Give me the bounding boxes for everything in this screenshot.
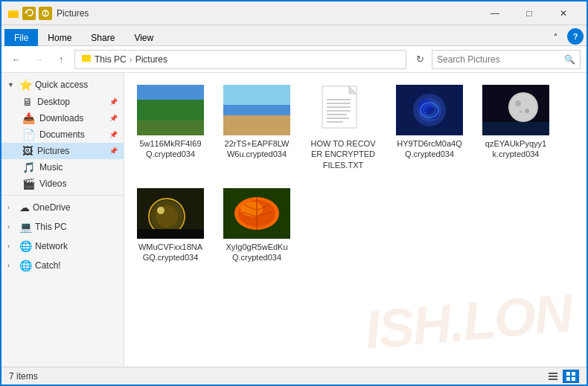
- sidebar-header-network[interactable]: › 🌐 Network: [1, 237, 124, 255]
- sidebar-item-documents[interactable]: 📄 Documents 📌: [1, 126, 124, 143]
- pin-icon-pictures: 📌: [109, 147, 118, 155]
- sidebar-item-desktop[interactable]: 🖥 Desktop 📌: [1, 94, 124, 110]
- file-thumbnail: [223, 85, 290, 135]
- quick-access-items: 🖥 Desktop 📌 📥 Downloads 📌 📄 Documents 📌: [1, 94, 124, 192]
- refresh-button[interactable]: ↻: [411, 51, 429, 68]
- search-icon: 🔍: [564, 54, 575, 65]
- music-icon: 🎵: [22, 161, 35, 173]
- file-name: HOW TO RECOVER ENCRYPTED FILES.TXT: [310, 138, 377, 170]
- sidebar-section-network: › 🌐 Network: [1, 237, 124, 255]
- address-right: ↻ 🔍: [411, 50, 581, 69]
- file-thumbnail: [137, 85, 204, 135]
- list-item[interactable]: XyIg0gR5wEdKuQ.crypted034: [220, 185, 294, 266]
- maximize-button[interactable]: □: [512, 1, 546, 25]
- address-path[interactable]: This PC › Pictures: [74, 50, 406, 69]
- chevron-right-icon-catch: ›: [7, 262, 16, 269]
- file-grid: 5w116MkRF4I69Q.crypted034 22rTS+EAPF8LWW…: [133, 82, 578, 266]
- ribbon: File Home Share View ˄ ?: [1, 25, 587, 46]
- list-view-button[interactable]: [545, 370, 561, 383]
- catch-icon: 🌐: [19, 260, 32, 271]
- network-icon: 🌐: [19, 240, 32, 252]
- sidebar-header-onedrive[interactable]: › ☁ OneDrive: [1, 199, 124, 216]
- watermark: ISH.LON: [362, 282, 574, 361]
- chevron-right-icon-onedrive: ›: [7, 204, 16, 211]
- list-item[interactable]: HOW TO RECOVER ENCRYPTED FILES.TXT: [306, 82, 380, 173]
- quick-access-undo-icon[interactable]: [22, 7, 36, 20]
- svg-point-26: [520, 110, 523, 113]
- grid-view-button[interactable]: [563, 370, 579, 383]
- chevron-down-icon: ▼: [7, 81, 16, 89]
- folder-icon: [7, 7, 19, 19]
- pin-icon-desktop: 📌: [109, 98, 118, 106]
- network-label: Network: [35, 241, 68, 251]
- svg-rect-47: [572, 372, 575, 376]
- file-thumbnail: [137, 188, 204, 239]
- sidebar-label-desktop: Desktop: [37, 97, 105, 107]
- search-box[interactable]: 🔍: [432, 50, 581, 69]
- file-name: 22rTS+EAPF8LWW6u.crypted034: [223, 138, 290, 160]
- tab-home[interactable]: Home: [38, 29, 81, 46]
- list-item[interactable]: HY9TD6rcM0a4QQ.crypted034: [392, 82, 467, 173]
- back-button[interactable]: ←: [7, 51, 25, 68]
- sidebar-header-catch[interactable]: › 🌐 Catch!: [1, 257, 124, 274]
- sidebar-header-quick-access[interactable]: ▼ ⭐ Quick access: [1, 76, 124, 94]
- rose-thumbnail-image: [396, 85, 463, 135]
- view-toggle-buttons: [545, 370, 579, 383]
- address-bar: ← → ↑ This PC › Pictures ↻ 🔍: [1, 46, 587, 73]
- ribbon-tabs: File Home Share View ˄ ?: [1, 25, 587, 46]
- file-name: qzEYAUkPyqyy1k.crypted034: [482, 138, 549, 160]
- list-item[interactable]: qzEYAUkPyqyy1k.crypted034: [479, 82, 553, 173]
- sidebar-label-downloads: Downloads: [39, 113, 105, 123]
- documents-icon: 📄: [22, 129, 35, 141]
- ribbon-collapse-button[interactable]: ˄: [546, 28, 564, 45]
- list-item[interactable]: 22rTS+EAPF8LWW6u.crypted034: [220, 82, 294, 173]
- desktop-icon: 🖥: [22, 96, 33, 108]
- forward-button[interactable]: →: [30, 51, 48, 68]
- path-current[interactable]: Pictures: [135, 54, 167, 65]
- search-input[interactable]: [437, 54, 561, 65]
- file-name: XyIg0gR5wEdKuQ.crypted034: [223, 242, 290, 263]
- svg-rect-45: [549, 379, 557, 380]
- minimize-button[interactable]: —: [478, 1, 512, 25]
- star-icon: ⭐: [19, 79, 32, 91]
- status-bar: 7 items: [1, 367, 587, 385]
- svg-rect-46: [566, 372, 570, 376]
- item-count: 7 items: [9, 371, 38, 382]
- close-button[interactable]: ✕: [546, 1, 581, 25]
- tab-share[interactable]: Share: [81, 29, 124, 46]
- onedrive-label: OneDrive: [33, 202, 71, 213]
- svg-rect-48: [566, 377, 570, 381]
- tab-view[interactable]: View: [124, 29, 163, 46]
- main-area: ▼ ⭐ Quick access 🖥 Desktop 📌 📥 Downloads…: [1, 73, 587, 367]
- sidebar-item-videos[interactable]: 🎬 Videos: [1, 176, 124, 192]
- up-button[interactable]: ↑: [52, 51, 70, 68]
- svg-rect-49: [572, 377, 575, 381]
- chevron-right-icon-thispc: ›: [7, 223, 16, 231]
- svg-rect-33: [137, 229, 204, 239]
- window-title: Pictures: [57, 8, 89, 19]
- sidebar-label-pictures: Pictures: [37, 146, 105, 156]
- file-name: 5w116MkRF4I69Q.crypted034: [137, 138, 204, 160]
- list-item[interactable]: WMuCVFxx18NAGQ.crypted034: [133, 185, 208, 266]
- sidebar-label-documents: Documents: [39, 129, 105, 140]
- list-item[interactable]: 5w116MkRF4I69Q.crypted034: [133, 82, 208, 173]
- sidebar-item-downloads[interactable]: 📥 Downloads 📌: [1, 110, 124, 126]
- sidebar-header-thispc[interactable]: › 💻 This PC: [1, 218, 124, 236]
- help-button[interactable]: ?: [567, 28, 584, 45]
- title-bar-left: Pictures: [7, 7, 478, 20]
- title-quick-access-toolbar: [7, 7, 52, 20]
- quick-access-label: Quick access: [35, 80, 88, 90]
- thispc-icon: 💻: [19, 221, 32, 233]
- pin-icon-downloads: 📌: [109, 115, 118, 122]
- sidebar-section-thispc: › 💻 This PC: [1, 218, 124, 236]
- sidebar-item-pictures[interactable]: 🖼 Pictures 📌: [1, 143, 124, 159]
- svg-point-32: [156, 205, 178, 228]
- file-thumbnail: [223, 188, 290, 239]
- quick-access-pin-icon[interactable]: [39, 7, 52, 20]
- file-thumbnail: [396, 85, 463, 135]
- sidebar-divider-1: [1, 195, 124, 196]
- sidebar-item-music[interactable]: 🎵 Music: [1, 159, 124, 176]
- path-thispc[interactable]: This PC: [95, 54, 127, 65]
- tab-file[interactable]: File: [4, 29, 38, 46]
- svg-rect-44: [549, 376, 557, 377]
